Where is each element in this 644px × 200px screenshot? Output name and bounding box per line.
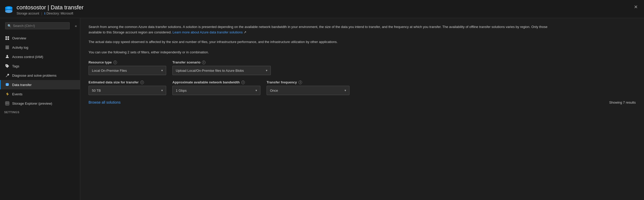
network-bandwidth-group: Approximate available network bandwidth … (172, 80, 260, 95)
resource-type-chevron-icon: ▾ (161, 69, 163, 72)
resource-type-value: Local On-Premise Files (92, 69, 127, 73)
page-title: contosostor | Data transfer (17, 4, 84, 11)
search-container[interactable]: 🔍 (5, 22, 70, 29)
svg-rect-19 (5, 104, 9, 104)
app-icon (4, 5, 13, 15)
transfer-frequency-chevron-icon: ▾ (345, 89, 346, 92)
bucket-icon (5, 82, 10, 87)
svg-rect-21 (8, 102, 8, 105)
estimated-data-group: Estimated data size for transfer i 50 TB… (89, 80, 166, 95)
network-bandwidth-dropdown[interactable]: 1 Gbps ▾ (172, 86, 260, 95)
title-text: contosostor | Data transfer Storage acco… (17, 4, 84, 15)
filter-row-1: Resource type i Local On-Premise Files ▾… (89, 60, 636, 75)
transfer-frequency-label: Transfer frequency i (267, 80, 349, 84)
resource-type-dropdown[interactable]: Local On-Premise Files ▾ (89, 66, 166, 75)
access-control-label: Access control (IAM) (12, 55, 43, 59)
svg-rect-5 (5, 36, 7, 38)
search-icon: 🔍 (8, 24, 11, 28)
grid-icon (5, 36, 10, 40)
sidebar-item-diagnose[interactable]: Diagnose and solve problems (0, 71, 80, 80)
activity-log-label: Activity log (12, 46, 28, 49)
sidebar: 🔍 « Overview (0, 18, 80, 200)
svg-point-16 (6, 85, 9, 86)
svg-rect-17 (5, 102, 9, 105)
sidebar-item-events[interactable]: Events (0, 89, 80, 99)
transfer-scenario-dropdown[interactable]: Upload Local/On-Premise files to Azure B… (172, 66, 271, 75)
network-bandwidth-chevron-icon: ▾ (255, 89, 257, 92)
directory-label: Directory: Microsoft (47, 12, 73, 15)
transfer-scenario-group: Transfer scenario i Upload Local/On-Prem… (172, 60, 271, 75)
title-bar: contosostor | Data transfer Storage acco… (0, 0, 644, 18)
sidebar-item-storage-explorer[interactable]: Storage Explorer (preview) (0, 99, 80, 108)
svg-rect-18 (5, 103, 9, 103)
svg-point-4 (7, 7, 11, 9)
overview-label: Overview (12, 36, 26, 40)
svg-rect-9 (5, 46, 9, 46)
person-icon (5, 54, 10, 59)
resource-type-label: Resource type i (89, 60, 166, 64)
svg-rect-20 (6, 102, 7, 105)
sidebar-item-overview[interactable]: Overview (0, 33, 80, 43)
filter-note: You can use the following 2 sets of filt… (89, 50, 373, 55)
svg-rect-6 (8, 36, 9, 38)
estimated-data-value: 50 TB (92, 89, 101, 92)
content-area: Search from among the common Azure data … (80, 18, 644, 200)
bolt-icon (5, 92, 10, 96)
resource-type-info-icon[interactable]: i (113, 61, 117, 64)
browse-all-solutions-link[interactable]: Browse all solutions (89, 100, 121, 104)
data-transfer-label: Data transfer (12, 83, 32, 87)
svg-rect-7 (5, 38, 7, 40)
subtitle: Storage account | ℹ Directory: Microsoft (17, 12, 84, 15)
svg-point-2 (5, 10, 12, 13)
content-description-2: The actual data copy speed observed is a… (89, 39, 373, 45)
transfer-scenario-value: Upload Local/On-Premise files to Azure B… (176, 69, 244, 73)
sidebar-item-activity-log[interactable]: Activity log (0, 43, 80, 52)
main-layout: 🔍 « Overview (0, 18, 644, 200)
transfer-frequency-info-icon[interactable]: i (298, 81, 302, 84)
transfer-scenario-info-icon[interactable]: i (202, 61, 206, 64)
info-icon: ℹ (44, 12, 46, 15)
transfer-scenario-chevron-icon: ▾ (266, 69, 267, 72)
tag-icon (5, 64, 10, 68)
svg-rect-11 (5, 48, 9, 49)
network-bandwidth-label: Approximate available network bandwidth … (172, 80, 260, 84)
content-description-1: Search from among the common Azure data … (89, 24, 554, 35)
sidebar-item-data-transfer[interactable]: Data transfer (0, 80, 80, 89)
sidebar-item-tags[interactable]: Tags (0, 61, 80, 71)
settings-header: Settings (0, 108, 80, 115)
estimated-data-dropdown[interactable]: 50 TB ▾ (89, 86, 166, 95)
tags-label: Tags (12, 64, 19, 68)
resource-type-group: Resource type i Local On-Premise Files ▾ (89, 60, 166, 75)
storage-account-label: Storage account (17, 12, 39, 15)
storage-explorer-label: Storage Explorer (preview) (12, 102, 52, 105)
svg-rect-10 (5, 47, 9, 48)
network-bandwidth-value: 1 Gbps (176, 89, 187, 92)
table-icon (5, 101, 10, 106)
collapse-button[interactable]: « (74, 23, 78, 28)
svg-point-12 (6, 55, 8, 56)
results-count: Showing 7 results (609, 101, 636, 104)
wrench-icon (5, 73, 10, 78)
transfer-frequency-dropdown[interactable]: Once ▾ (267, 86, 349, 95)
estimated-data-info-icon[interactable]: i (140, 81, 144, 84)
close-button[interactable]: ✕ (632, 3, 640, 11)
svg-point-13 (6, 65, 7, 66)
bottom-bar: Browse all solutions Showing 7 results (89, 100, 636, 104)
diagnose-label: Diagnose and solve problems (12, 74, 56, 77)
learn-more-link[interactable]: Learn more about Azure data transfer sol… (173, 30, 243, 34)
estimated-data-label: Estimated data size for transfer i (89, 80, 166, 84)
filter-row-2: Estimated data size for transfer i 50 TB… (89, 80, 636, 95)
transfer-scenario-label: Transfer scenario i (172, 60, 271, 64)
search-input[interactable] (13, 24, 67, 28)
transfer-frequency-value: Once (270, 89, 278, 92)
transfer-frequency-group: Transfer frequency i Once ▾ (267, 80, 349, 95)
sidebar-item-access-control[interactable]: Access control (IAM) (0, 52, 80, 61)
estimated-data-chevron-icon: ▾ (161, 89, 163, 92)
network-bandwidth-info-icon[interactable]: i (241, 81, 245, 84)
list-icon (5, 45, 10, 50)
events-label: Events (12, 92, 23, 96)
svg-rect-8 (8, 38, 9, 40)
